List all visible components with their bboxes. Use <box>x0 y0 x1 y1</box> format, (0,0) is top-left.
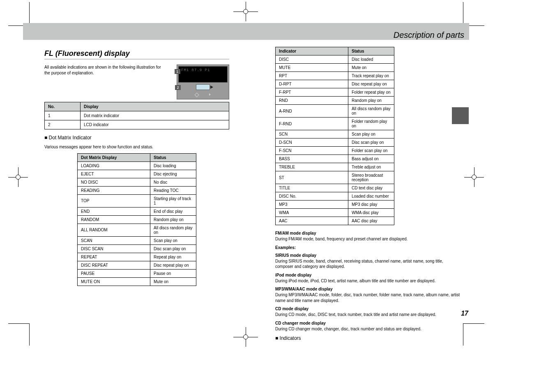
dot-matrix-intro: Various messages appear here to show fun… <box>44 144 229 150</box>
fl-intro: All available indications are shown in t… <box>44 65 168 76</box>
callout-1: 1 <box>175 69 180 74</box>
table-row: SCANScan play on <box>78 236 196 244</box>
table-row: REPEATRepeat play on <box>78 253 196 261</box>
sirius-text: During SIRIUS mode, band, channel, recei… <box>275 258 460 270</box>
dot-matrix-display: 1 FM1 87.9 P1 <box>178 66 228 83</box>
th-dm-status: Status <box>150 153 196 161</box>
table-row: AACAAC disc play <box>276 217 394 225</box>
table-row: ALL RANDOMAll discs random play on <box>78 224 196 236</box>
table-row: SCNScan play on <box>276 130 394 138</box>
th-display: Display <box>81 102 229 111</box>
cd-title: CD mode display <box>275 307 460 311</box>
column-right: Indicator Status DISCDisc loadedMUTEMute… <box>275 44 460 345</box>
play-icon <box>210 85 213 89</box>
mp3-text: During MP3/WMA/AAC mode, folder, disc, t… <box>275 292 460 303</box>
table-row: READINGReading TOC <box>78 186 196 194</box>
table-row: F-RPTFolder repeat play on <box>276 88 394 97</box>
sirius-title: SIRIUS mode display <box>275 253 460 258</box>
right-arrow-icon <box>209 93 211 96</box>
ipod-text: During iPod mode, iPod, CD text, artist … <box>275 278 460 284</box>
table-row: EJECTDisc ejecting <box>78 170 196 178</box>
table-row: RPTTrack repeat play on <box>276 72 394 80</box>
table-row: D-SCNDisc scan play on <box>276 138 394 147</box>
column-left: FL (Fluorescent) display All available i… <box>44 44 229 345</box>
table-row: DISC SCANDisc scan play on <box>78 244 196 253</box>
page-content: FL (Fluorescent) display All available i… <box>44 44 469 345</box>
cd-text: During CD mode, disc, DISC text, track n… <box>275 312 460 318</box>
panel-parts-table: No. Display 1 Dot matrix indicator 2 LCD… <box>44 102 229 129</box>
fl-heading: FL (Fluorescent) display <box>44 49 229 58</box>
callout-2: 2 <box>175 85 181 90</box>
table-row: 1 Dot matrix indicator <box>45 111 229 120</box>
page-number: 17 <box>452 310 468 317</box>
th-ind-status: Status <box>348 47 394 55</box>
table-row: BASSBass adjust on <box>276 155 394 163</box>
table-row: MP3MP3 disc play <box>276 201 394 209</box>
dot-matrix-subheading: ■ Dot Matrix Indicator <box>44 134 229 141</box>
table-row: F-SCNFolder scan play on <box>276 147 394 155</box>
dot-matrix-text: FM1 87.9 P1 <box>181 68 210 72</box>
ipod-title: iPod mode display <box>275 273 460 277</box>
examples-label: Examples: <box>275 245 460 250</box>
fl-panel-diagram: 1 FM1 87.9 P1 2 <box>177 65 229 99</box>
table-row: D-RPTDisc repeat play on <box>276 80 394 88</box>
table-row: ENDEnd of disc play <box>78 207 196 215</box>
indicator-table: Indicator Status DISCDisc loadedMUTEMute… <box>275 47 394 225</box>
fm-am-text: During FM/AM mode, band, frequency and p… <box>275 236 460 242</box>
table-row: NO DISCNo disc <box>78 178 196 186</box>
table-row: LOADINGDisc loading <box>78 161 196 170</box>
table-row: TREBLETreble adjust on <box>276 163 394 171</box>
table-row: TOPStarting play of track 1 <box>78 194 196 207</box>
table-row: RANDOMRandom play on <box>78 215 196 224</box>
fl-heading-rule <box>44 59 229 60</box>
indicators-subheading: ■ Indicators <box>275 335 460 341</box>
dot-matrix-table: Dot Matrix Display Status LOADINGDisc lo… <box>77 153 196 286</box>
table-row: DISC REPEATDisc repeat play on <box>78 261 196 269</box>
fm-am-title: FM/AM mode display <box>275 231 460 235</box>
table-row: MUTE ONMute on <box>78 277 196 286</box>
table-row: DISC No.Loaded disc number <box>276 192 394 201</box>
table-row: F-RNDFolder random play on <box>276 118 394 130</box>
th-dm-msg: Dot Matrix Display <box>78 153 150 161</box>
table-row: A-RNDAll discs random play on <box>276 105 394 118</box>
table-row: DISCDisc loaded <box>276 55 394 64</box>
table-row: PAUSEPause on <box>78 269 196 277</box>
th-ind: Indicator <box>276 47 348 55</box>
lcd-indicator <box>196 84 210 90</box>
updown-icon <box>194 92 199 97</box>
table-row: STStereo broadcast reception <box>276 171 394 184</box>
cdchanger-text: During CD changer mode, changer, disc, t… <box>275 326 460 332</box>
header-title: Description of parts <box>394 30 464 40</box>
th-no: No. <box>45 102 81 111</box>
dpad-hint <box>177 91 229 99</box>
mp3-title: MP3/WMA/AAC mode display <box>275 287 460 291</box>
table-row: MUTEMute on <box>276 64 394 72</box>
page-header: Description of parts <box>23 23 469 40</box>
table-row: 2 LCD indicator <box>45 120 229 129</box>
table-row: RNDRandom play on <box>276 97 394 105</box>
table-row: WMAWMA disc play <box>276 209 394 217</box>
table-row: TITLECD text disc play <box>276 184 394 192</box>
cdchanger-title: CD changer mode display <box>275 321 460 325</box>
